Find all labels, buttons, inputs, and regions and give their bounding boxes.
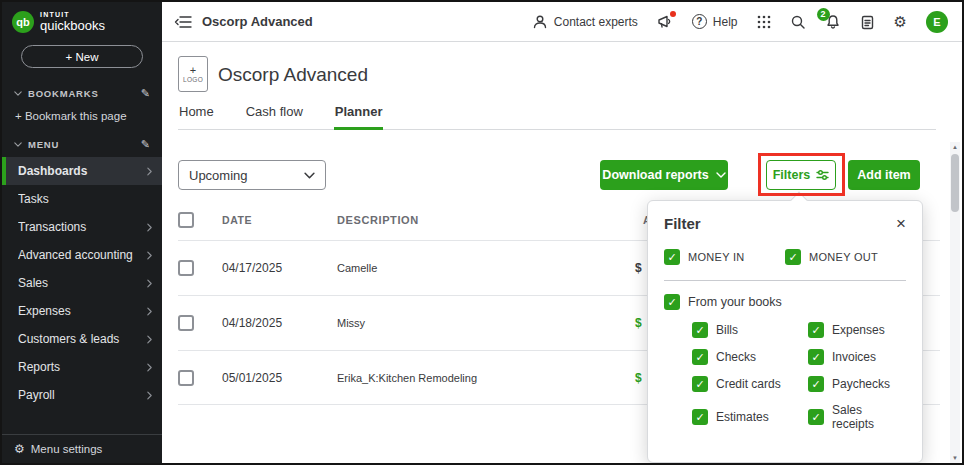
select-all-checkbox[interactable] <box>178 212 194 228</box>
column-header-date: DATE <box>222 214 337 226</box>
sidebar-item-payroll[interactable]: Payroll <box>2 381 162 409</box>
notifications-button[interactable]: 2 <box>825 14 841 30</box>
help-button[interactable]: ? Help <box>692 14 738 29</box>
scroll-down-arrow[interactable]: ▼ <box>950 455 960 461</box>
invoices-checkbox[interactable]: ✓ Invoices <box>808 349 906 365</box>
tab-bar: Home Cash flow Planner <box>178 102 936 130</box>
popup-divider <box>664 280 906 281</box>
notification-dot <box>670 11 676 17</box>
paychecks-checkbox[interactable]: ✓ Paychecks <box>808 376 906 392</box>
checked-checkbox-icon: ✓ <box>692 322 708 338</box>
money-in-label: MONEY IN <box>688 251 745 263</box>
filters-button[interactable]: Filters <box>766 160 836 190</box>
tab-home[interactable]: Home <box>178 102 215 129</box>
bookmarks-section-header[interactable]: BOOKMARKS ✎ <box>2 78 162 104</box>
sidebar-item-label: Advanced accounting <box>18 248 147 262</box>
feedback-button[interactable] <box>657 14 673 30</box>
main-area: Oscorp Advanced Contact experts ? <box>162 2 962 463</box>
range-select-value: Upcoming <box>189 168 248 183</box>
chevron-down-icon <box>14 142 22 147</box>
sidebar-item-customers-leads[interactable]: Customers & leads <box>2 325 162 353</box>
from-your-books-label: From your books <box>688 295 782 309</box>
qb-logo-icon: qb <box>12 11 34 33</box>
topbar-actions: Contact experts ? Help <box>532 11 948 33</box>
chevron-right-icon <box>147 167 152 176</box>
from-your-books-checkbox[interactable]: ✓ From your books <box>664 294 906 310</box>
menu-settings-button[interactable]: ⚙ Menu settings <box>2 434 162 463</box>
sidebar-item-label: Expenses <box>18 304 147 318</box>
row-date: 05/01/2025 <box>222 371 337 385</box>
tasks-button[interactable] <box>860 14 875 30</box>
sidebar-item-transactions[interactable]: Transactions <box>2 213 162 241</box>
collapse-sidebar-icon[interactable] <box>174 15 192 29</box>
row-checkbox[interactable] <box>178 260 194 276</box>
sales-receipts-checkbox[interactable]: ✓ Sales receipts <box>808 403 906 431</box>
company-logo-placeholder[interactable]: + LOGO <box>178 56 208 92</box>
sidebar-item-label: Tasks <box>18 192 152 206</box>
sidebar-item-expenses[interactable]: Expenses <box>2 297 162 325</box>
money-in-checkbox[interactable]: ✓ MONEY IN <box>664 249 785 265</box>
company-name: Oscorp Advanced <box>202 14 313 29</box>
row-checkbox[interactable] <box>178 370 194 386</box>
checks-checkbox[interactable]: ✓ Checks <box>692 349 808 365</box>
tab-cash-flow[interactable]: Cash flow <box>245 102 304 129</box>
sidebar-item-sales[interactable]: Sales <box>2 269 162 297</box>
menu-label: MENU <box>28 139 141 150</box>
add-item-button[interactable]: Add item <box>848 160 920 190</box>
checked-checkbox-icon: ✓ <box>692 409 708 425</box>
user-avatar[interactable]: E <box>926 11 948 33</box>
checked-checkbox-icon: ✓ <box>692 349 708 365</box>
help-icon: ? <box>692 14 707 29</box>
bookmark-this-page-link[interactable]: + Bookmark this page <box>2 104 162 129</box>
apps-button[interactable] <box>757 15 771 29</box>
estimates-checkbox[interactable]: ✓ Estimates <box>692 403 808 431</box>
row-checkbox[interactable] <box>178 315 194 331</box>
expenses-checkbox[interactable]: ✓ Expenses <box>808 322 906 338</box>
edit-menu-icon[interactable]: ✎ <box>141 138 150 151</box>
sidebar-item-reports[interactable]: Reports <box>2 353 162 381</box>
plus-icon: + <box>190 65 196 76</box>
checked-checkbox-icon: ✓ <box>808 376 824 392</box>
filter-popup-title: Filter <box>664 215 701 232</box>
row-description: Erika_K:Kitchen Remodeling <box>337 372 643 384</box>
checked-checkbox-icon: ✓ <box>692 376 708 392</box>
search-button[interactable] <box>790 14 806 30</box>
chevron-down-icon <box>304 172 315 179</box>
credit-cards-checkbox[interactable]: ✓ Credit cards <box>692 376 808 392</box>
logo-placeholder-label: LOGO <box>183 76 203 83</box>
sidebar-item-label: Dashboards <box>18 164 147 178</box>
sidebar-item-advanced-accounting[interactable]: Advanced accounting <box>2 241 162 269</box>
megaphone-icon <box>657 14 673 30</box>
contact-experts-button[interactable]: Contact experts <box>532 14 638 30</box>
row-description: Camelle <box>337 262 643 274</box>
chevron-right-icon <box>147 335 152 344</box>
scroll-up-arrow[interactable]: ▲ <box>950 144 960 150</box>
tab-planner[interactable]: Planner <box>334 102 384 129</box>
menu-section-header[interactable]: MENU ✎ <box>2 129 162 155</box>
row-amount-link[interactable]: $ <box>635 371 642 385</box>
chevron-down-icon <box>716 172 726 178</box>
download-reports-button[interactable]: Download reports <box>600 160 728 190</box>
row-amount-link[interactable]: $ <box>635 316 642 330</box>
range-select-dropdown[interactable]: Upcoming <box>178 160 326 190</box>
money-out-label: MONEY OUT <box>809 251 878 263</box>
sales-receipts-label: Sales receipts <box>832 403 906 431</box>
bills-checkbox[interactable]: ✓ Bills <box>692 322 808 338</box>
bookmarks-label: BOOKMARKS <box>28 88 141 99</box>
new-button[interactable]: + New <box>21 45 143 68</box>
close-icon[interactable]: × <box>896 215 906 232</box>
invoices-label: Invoices <box>832 350 876 364</box>
row-amount: $ <box>635 261 642 275</box>
sidebar-item-tasks[interactable]: Tasks <box>2 185 162 213</box>
contact-experts-label: Contact experts <box>554 15 638 29</box>
page-title: Oscorp Advanced <box>218 64 368 86</box>
sidebar-item-dashboards[interactable]: Dashboards <box>2 157 162 185</box>
scrollbar-thumb[interactable] <box>951 154 959 212</box>
sidebar-menu: Dashboards Tasks Transactions Advanced a… <box>2 157 162 409</box>
page-content: + LOGO Oscorp Advanced Home Cash flow Pl… <box>162 42 962 463</box>
vertical-scrollbar[interactable]: ▲ ▼ <box>950 142 960 463</box>
money-out-checkbox[interactable]: ✓ MONEY OUT <box>785 249 878 265</box>
edit-bookmarks-icon[interactable]: ✎ <box>141 87 150 100</box>
settings-button[interactable]: ⚙ <box>894 14 907 29</box>
notification-count-badge: 2 <box>817 8 830 21</box>
